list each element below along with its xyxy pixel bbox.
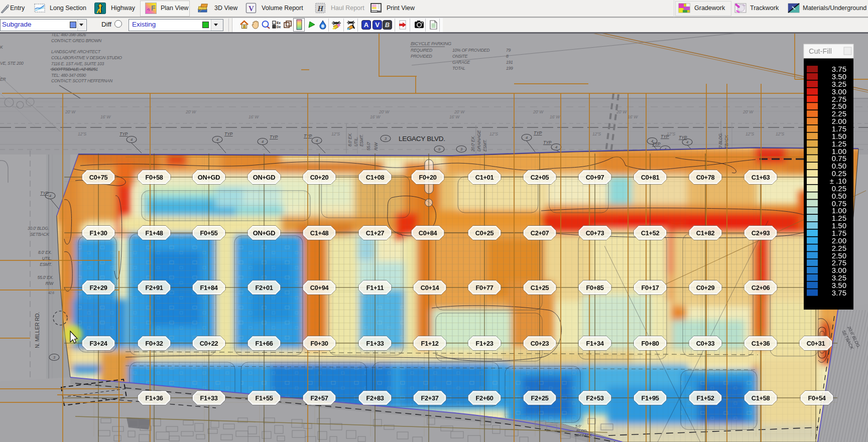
svg-text:8.0' EX.: 8.0' EX.	[38, 250, 52, 255]
svg-text:F2+57: F2+57	[310, 394, 328, 402]
svg-text:TYP: TYP	[679, 135, 687, 140]
svg-text:Ex: Ex	[277, 21, 281, 25]
svg-text:8.0' EX.: 8.0' EX.	[347, 133, 352, 146]
svg-text:4: 4	[49, 194, 52, 198]
svg-text:C0+81: C0+81	[641, 174, 660, 181]
svg-text:REQUIRED: REQUIRED	[411, 48, 432, 53]
svg-text:7116 E. 1ST AVE, SUITE 103: 7116 E. 1ST AVE, SUITE 103	[51, 61, 104, 66]
svg-text:F1+12: F1+12	[421, 340, 438, 347]
svg-text:12''S: 12''S	[776, 131, 785, 136]
svg-text:C1+63: C1+63	[752, 174, 770, 181]
svg-text:UTIL.: UTIL.	[353, 137, 358, 146]
svg-text:De: De	[277, 25, 281, 29]
svg-text:3: 3	[460, 147, 463, 152]
svg-text:55.0' EX.: 55.0' EX.	[37, 275, 53, 280]
svg-text:C0+31: C0+31	[807, 340, 825, 347]
svg-text:42.6: 42.6	[48, 291, 54, 294]
svg-text:F1+55: F1+55	[255, 394, 273, 402]
svg-text:C0+78: C0+78	[696, 174, 715, 181]
svg-text:ON+GD: ON+GD	[253, 229, 275, 237]
svg-text:TYP: TYP	[224, 131, 233, 136]
svg-text:C0+33: C0+33	[696, 340, 715, 347]
svg-text:20' W: 20' W	[454, 109, 465, 114]
svg-text:A: A	[364, 21, 369, 29]
svg-text:16' W: 16' W	[550, 114, 560, 119]
svg-text:F1+30: F1+30	[89, 229, 107, 237]
svg-text:C1+48: C1+48	[310, 229, 329, 237]
svg-text:F0+32: F0+32	[145, 340, 163, 347]
svg-text:TYP: TYP	[534, 130, 542, 135]
svg-text:16' W: 16' W	[628, 114, 638, 119]
svg-text:12''S: 12''S	[746, 131, 755, 136]
svg-text:4: 4	[131, 137, 133, 142]
svg-text:F2+83: F2+83	[366, 394, 384, 402]
svg-text:V: V	[249, 5, 254, 13]
svg-text:F2+53: F2+53	[586, 394, 603, 402]
svg-text:F0+80: F0+80	[641, 340, 659, 347]
svg-text:12''S: 12''S	[78, 131, 87, 136]
svg-text:C2+93: C2+93	[752, 229, 770, 237]
svg-text:8: 8	[506, 54, 509, 59]
svg-text:C1+82: C1+82	[696, 229, 715, 237]
svg-text:SETBACK: SETBACK	[30, 232, 49, 237]
svg-text:C1+01: C1+01	[475, 174, 494, 181]
svg-text:C0+14: C0+14	[421, 284, 440, 291]
svg-text:20' W: 20' W	[185, 109, 196, 114]
svg-text:16' W: 16' W	[249, 114, 259, 119]
svg-text:F1+52: F1+52	[696, 394, 714, 402]
svg-text:F2+25: F2+25	[531, 394, 548, 402]
svg-text:PROVIDED: PROVIDED	[411, 54, 432, 59]
svg-text:191: 191	[506, 60, 513, 65]
svg-text:4: 4	[526, 135, 528, 140]
svg-text:VE, STE 200: VE, STE 200	[0, 61, 24, 66]
svg-text:20' W: 20' W	[616, 109, 627, 114]
svg-text:Cut-Fill: Cut-Fill	[809, 47, 832, 55]
svg-text:V: V	[375, 21, 380, 29]
svg-text:55.0': 55.0'	[366, 142, 371, 151]
svg-text:79: 79	[506, 48, 511, 53]
svg-text:ON+GD: ON+GD	[253, 174, 275, 181]
svg-text:C0+73: C0+73	[586, 229, 604, 237]
svg-text:C0+94: C0+94	[310, 284, 329, 291]
svg-text:12''S: 12''S	[331, 131, 340, 136]
svg-text:R/W: R/W	[45, 281, 54, 286]
svg-text:5.0': 5.0'	[575, 424, 581, 428]
svg-text:F0+85: F0+85	[586, 284, 603, 291]
svg-text:F3+24: F3+24	[89, 340, 107, 347]
svg-text:TOTAL: TOTAL	[452, 66, 465, 71]
svg-text:F1+36: F1+36	[145, 394, 163, 402]
svg-text:C1+25: C1+25	[531, 284, 549, 291]
svg-text:LANDSCAPE ARCHITECT: LANDSCAPE ARCHITECT	[51, 49, 101, 54]
svg-text:F0+17: F0+17	[641, 284, 659, 291]
svg-text:CONTACT: GREG BROWN: CONTACT: GREG BROWN	[51, 38, 102, 43]
svg-text:F0+77: F0+77	[475, 284, 493, 291]
svg-text:10% OF PROVIDED: 10% OF PROVIDED	[452, 48, 489, 53]
svg-text:TYP: TYP	[543, 140, 552, 145]
svg-text:3: 3	[53, 355, 56, 360]
svg-text:F1+66: F1+66	[255, 340, 273, 347]
svg-text:ESMT.: ESMT.	[40, 262, 52, 267]
svg-text:4: 4	[686, 140, 689, 144]
svg-text:BICYCLE PARKING: BICYCLE PARKING	[411, 41, 451, 46]
svg-text:20' W: 20' W	[65, 109, 76, 114]
svg-text:F2+01: F2+01	[255, 284, 273, 291]
svg-text:B: B	[385, 21, 390, 29]
svg-text:3: 3	[385, 136, 387, 141]
svg-text:F1+33: F1+33	[200, 394, 217, 402]
svg-text:F1+34: F1+34	[586, 340, 604, 347]
svg-text:4: 4	[651, 139, 654, 143]
svg-text:F2+60: F2+60	[475, 394, 493, 402]
svg-text:F2+37: F2+37	[421, 394, 438, 402]
svg-text:C2+07: C2+07	[531, 229, 549, 237]
svg-text:4: 4	[316, 138, 318, 143]
svg-text:C1+58: C1+58	[752, 394, 770, 402]
svg-text:TYP: TYP	[119, 131, 128, 136]
svg-text:F: F	[151, 4, 156, 12]
svg-text:C2+05: C2+05	[531, 174, 549, 181]
svg-text:4: 4	[216, 137, 219, 142]
svg-text:CONTACT: SCOTT HEFFERNAN: CONTACT: SCOTT HEFFERNAN	[51, 78, 113, 83]
svg-text:20' W: 20' W	[379, 109, 390, 114]
svg-text:F1+23: F1+23	[475, 340, 493, 347]
svg-text:F2+29: F2+29	[89, 284, 107, 291]
svg-text:F0+55: F0+55	[200, 229, 217, 237]
